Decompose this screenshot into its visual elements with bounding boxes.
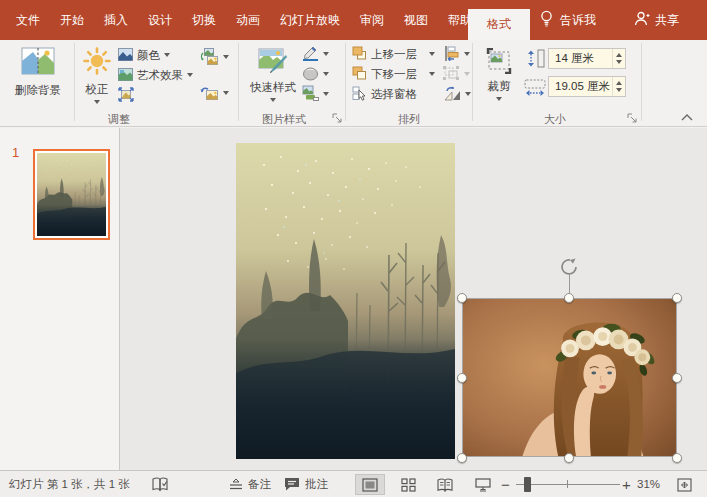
- change-picture-button[interactable]: [200, 48, 229, 66]
- size-group-label: 大小: [544, 112, 566, 127]
- zoom-level[interactable]: 31%: [637, 471, 660, 497]
- normal-view-icon: [362, 478, 378, 492]
- picture-border-button[interactable]: [302, 45, 329, 63]
- slide-thumbnail[interactable]: [33, 149, 110, 240]
- corrections-label: 校正: [86, 82, 109, 97]
- ribbon: 删除背景 校正 颜色 艺术效果: [0, 40, 707, 127]
- selection-pane-label: 选择窗格: [371, 87, 417, 102]
- color-label: 颜色: [137, 48, 160, 63]
- slide-sorter-view-button[interactable]: [393, 474, 423, 495]
- tab-file[interactable]: 文件: [6, 0, 50, 40]
- shape-width-icon: [524, 79, 546, 101]
- resize-handle-middle-left[interactable]: [457, 373, 467, 383]
- tab-transitions[interactable]: 切换: [182, 0, 226, 40]
- forest-picture[interactable]: [236, 143, 455, 459]
- slide-sorter-icon: [401, 478, 416, 492]
- share-control[interactable]: 共享: [634, 0, 679, 40]
- corrections-dropdown-arrow: [94, 100, 100, 104]
- reading-view-button[interactable]: [430, 474, 460, 495]
- quick-styles-label: 快速样式: [250, 80, 296, 95]
- quick-styles-dropdown-arrow: [270, 98, 276, 102]
- selection-pane-button[interactable]: 选择窗格: [352, 85, 417, 103]
- reset-picture-button[interactable]: [200, 84, 229, 102]
- slide-canvas[interactable]: [121, 128, 707, 470]
- tab-animations[interactable]: 动画: [226, 0, 270, 40]
- change-picture-icon: [200, 48, 219, 67]
- shape-width-value: 19.05 厘米: [555, 79, 610, 94]
- send-backward-icon: [352, 66, 367, 82]
- normal-view-button[interactable]: [355, 474, 385, 495]
- resize-handle-bottom-middle[interactable]: [564, 453, 574, 463]
- zoom-in-button[interactable]: +: [622, 471, 631, 497]
- crop-dropdown-arrow: [496, 97, 502, 101]
- spell-check-button[interactable]: [152, 471, 169, 497]
- size-dialog-launcher[interactable]: [627, 113, 638, 124]
- arrange-group-label: 排列: [398, 112, 420, 127]
- bring-forward-button[interactable]: 上移一层: [352, 45, 435, 63]
- zoom-slider-track[interactable]: [516, 484, 620, 485]
- send-backward-label: 下移一层: [371, 67, 417, 82]
- quick-styles-button[interactable]: 快速样式: [246, 43, 300, 121]
- reset-picture-icon: [200, 84, 219, 102]
- rotate-button[interactable]: [444, 85, 471, 103]
- shape-width-spinner[interactable]: [612, 77, 625, 96]
- send-backward-button[interactable]: 下移一层: [352, 65, 435, 83]
- slide-indicator[interactable]: 幻灯片 第 1 张，共 1 张: [9, 471, 130, 497]
- shape-height-field[interactable]: 14 厘米: [548, 48, 626, 69]
- slide-thumbnail-panel: 1: [0, 128, 120, 470]
- powerpoint-window: 文件 开始 插入 设计 切换 动画 幻灯片放映 审阅 视图 帮助 格式 告诉我 …: [0, 0, 707, 497]
- tell-me-label: 告诉我: [560, 12, 596, 29]
- color-button[interactable]: 颜色: [118, 46, 170, 64]
- crop-button[interactable]: 裁剪: [478, 43, 520, 121]
- picture-styles-dialog-launcher[interactable]: [332, 113, 343, 124]
- selected-portrait-picture[interactable]: [462, 298, 677, 457]
- crop-label: 裁剪: [488, 79, 511, 94]
- picture-effects-button[interactable]: [302, 65, 329, 83]
- slideshow-view-button[interactable]: [468, 474, 498, 495]
- compress-picture-button[interactable]: [118, 86, 134, 104]
- zoom-slider-thumb[interactable]: [524, 477, 531, 492]
- artistic-effects-label: 艺术效果: [137, 68, 183, 83]
- tell-me-control[interactable]: 告诉我: [540, 0, 596, 40]
- reset-picture-dropdown-arrow: [223, 91, 229, 95]
- tab-design[interactable]: 设计: [138, 0, 182, 40]
- zoom-out-button[interactable]: −: [501, 471, 510, 497]
- fit-to-window-button[interactable]: [671, 474, 697, 495]
- tab-view[interactable]: 视图: [394, 0, 438, 40]
- remove-background-button[interactable]: 删除背景: [6, 43, 70, 121]
- reading-view-icon: [437, 478, 453, 492]
- notes-icon: [229, 478, 243, 491]
- notes-button[interactable]: 备注: [229, 471, 271, 497]
- tab-insert[interactable]: 插入: [94, 0, 138, 40]
- share-label: 共享: [655, 12, 679, 29]
- quick-styles-icon: [258, 47, 288, 76]
- notes-label: 备注: [248, 477, 271, 492]
- tab-slideshow[interactable]: 幻灯片放映: [270, 0, 350, 40]
- resize-handle-bottom-left[interactable]: [457, 453, 467, 463]
- resize-handle-top-left[interactable]: [457, 293, 467, 303]
- resize-handle-middle-right[interactable]: [672, 373, 682, 383]
- align-dropdown-arrow: [464, 52, 470, 56]
- lightbulb-icon: [540, 10, 553, 30]
- corrections-sun-icon: [83, 47, 111, 77]
- spell-check-icon: [152, 477, 169, 492]
- corrections-button[interactable]: 校正: [78, 43, 116, 121]
- picture-layout-button[interactable]: [302, 85, 329, 103]
- align-button[interactable]: [444, 45, 470, 63]
- resize-handle-top-right[interactable]: [672, 293, 682, 303]
- resize-handle-top-middle[interactable]: [564, 293, 574, 303]
- artistic-effects-button[interactable]: 艺术效果: [118, 66, 193, 84]
- collapse-ribbon-chevron[interactable]: [681, 113, 693, 121]
- tab-review[interactable]: 审阅: [350, 0, 394, 40]
- tab-format-active[interactable]: 格式: [468, 9, 530, 40]
- comments-button[interactable]: 批注: [284, 471, 328, 497]
- resize-handle-bottom-right[interactable]: [672, 453, 682, 463]
- rotate-handle[interactable]: [559, 256, 581, 278]
- picture-layout-icon: [302, 85, 319, 103]
- shape-height-spinner[interactable]: [612, 49, 625, 68]
- shape-width-field[interactable]: 19.05 厘米: [548, 76, 626, 97]
- workspace: 1: [0, 128, 707, 470]
- send-backward-dropdown-arrow: [429, 72, 435, 76]
- group-dropdown-arrow: [464, 72, 470, 76]
- tab-home[interactable]: 开始: [50, 0, 94, 40]
